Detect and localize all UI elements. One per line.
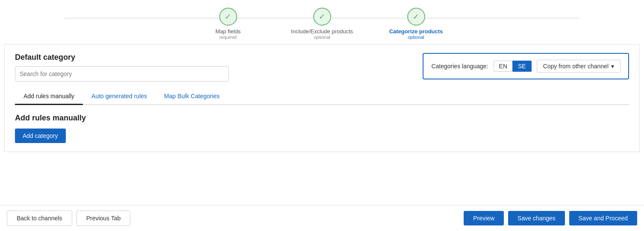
copy-from-channel-label: Copy from other channel — [543, 63, 609, 70]
step-categorize[interactable]: ✓ Categorize products optional — [369, 8, 463, 40]
add-rules-section-title: Add rules manually — [15, 114, 629, 123]
previous-tab-button[interactable]: Previous Tab — [76, 211, 131, 226]
step-include-exclude-circle: ✓ — [313, 8, 331, 26]
checkmark-icon: ✓ — [413, 12, 419, 21]
tab-map-bulk-categories[interactable]: Map Bulk Categories — [156, 88, 228, 105]
step-include-exclude[interactable]: ✓ Include/Exclude products optional — [275, 8, 369, 40]
chevron-down-icon: ▾ — [611, 63, 614, 70]
category-search-input[interactable] — [15, 66, 229, 82]
step-include-exclude-label: Include/Exclude products — [291, 28, 353, 35]
step-map-fields-circle: ✓ — [219, 8, 237, 26]
save-changes-button[interactable]: Save changes — [508, 211, 565, 225]
tab-auto-generated-rules[interactable]: Auto generated rules — [83, 88, 156, 105]
language-toggle-group: EN SE — [494, 61, 532, 72]
default-category-title: Default category — [15, 53, 423, 62]
step-include-exclude-sublabel: optional — [314, 35, 330, 40]
language-controls-box: Categories language: EN SE Copy from oth… — [423, 53, 629, 79]
footer-left: Back to channels Previous Tab — [7, 211, 130, 226]
step-categorize-circle: ✓ — [407, 8, 425, 26]
stepper: ✓ Map fields required ✓ Include/Exclude … — [0, 0, 644, 44]
footer: Back to channels Previous Tab Preview Sa… — [0, 205, 644, 231]
language-se-button[interactable]: SE — [512, 61, 532, 72]
save-and-proceed-button[interactable]: Save and Proceed — [569, 211, 637, 225]
language-en-button[interactable]: EN — [494, 61, 512, 72]
step-map-fields-sublabel: required — [219, 35, 236, 40]
step-map-fields[interactable]: ✓ Map fields required — [181, 8, 275, 40]
checkmark-icon: ✓ — [319, 12, 325, 21]
content-top: Default category Categories language: EN… — [15, 53, 629, 82]
preview-button[interactable]: Preview — [464, 211, 504, 225]
step-categorize-sublabel: optional — [408, 35, 424, 40]
add-category-button[interactable]: Add category — [15, 129, 66, 143]
step-categorize-label: Categorize products — [389, 28, 443, 35]
checkmark-icon: ✓ — [225, 12, 231, 21]
language-label: Categories language: — [431, 63, 488, 70]
default-category-section: Default category — [15, 53, 423, 82]
main-content: Default category Categories language: EN… — [4, 44, 640, 152]
back-to-channels-button[interactable]: Back to channels — [7, 211, 72, 226]
footer-right: Preview Save changes Save and Proceed — [464, 211, 637, 225]
category-tabs: Add rules manually Auto generated rules … — [15, 88, 629, 105]
step-map-fields-label: Map fields — [215, 28, 241, 35]
copy-from-channel-button[interactable]: Copy from other channel ▾ — [537, 60, 620, 73]
tab-add-rules-manually[interactable]: Add rules manually — [15, 88, 83, 105]
